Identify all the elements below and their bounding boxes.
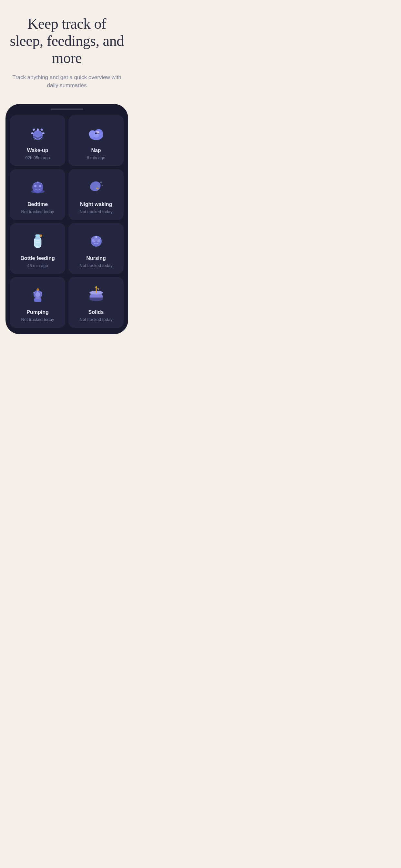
svg-rect-3 (42, 132, 44, 134)
nap-icon (85, 122, 107, 144)
svg-point-32 (95, 236, 97, 238)
nap-subtitle: 8 min ago (87, 155, 105, 160)
nursing-title: Nursing (86, 255, 105, 261)
svg-point-44 (95, 286, 97, 288)
svg-point-17 (39, 185, 41, 187)
phone-mockup: Wake-up02h 05m ago Nap8 min ago BedtimeN… (5, 104, 128, 334)
bedtime-title: Bedtime (27, 202, 48, 207)
svg-point-39 (36, 288, 39, 291)
svg-point-38 (35, 292, 40, 297)
svg-point-40 (40, 291, 42, 293)
card-nap[interactable]: Nap8 min ago (68, 115, 124, 166)
wake-up-subtitle: 02h 05m ago (26, 155, 50, 160)
nap-title: Nap (91, 148, 101, 153)
solids-subtitle: Not tracked today (80, 317, 113, 322)
header-title: Keep track of sleep, feedings, and more (10, 16, 124, 67)
nursing-icon (85, 229, 107, 252)
night-waking-icon (85, 176, 107, 197)
svg-point-20 (33, 183, 35, 184)
svg-point-13 (95, 132, 97, 134)
card-bedtime[interactable]: BedtimeNot tracked today (10, 169, 65, 220)
card-nursing[interactable]: NursingNot tracked today (68, 223, 124, 274)
bottle-feeding-icon (27, 229, 49, 252)
phone-notch (51, 108, 83, 110)
svg-point-21 (100, 182, 102, 183)
svg-rect-1 (37, 128, 39, 131)
svg-point-18 (37, 182, 39, 183)
svg-rect-37 (36, 297, 39, 299)
card-bottle-feeding[interactable]: Bottle feeding48 min ago (10, 223, 65, 274)
pumping-icon (27, 283, 49, 306)
nursing-subtitle: Not tracked today (80, 263, 113, 268)
header-subtitle: Track anything and get a quick overview … (10, 73, 124, 90)
solids-title: Solids (88, 309, 104, 315)
night-waking-subtitle: Not tracked today (80, 209, 113, 214)
svg-point-26 (35, 237, 41, 239)
pumping-subtitle: Not tracked today (21, 317, 54, 322)
svg-point-41 (33, 291, 35, 293)
wake-up-title: Wake-up (27, 148, 48, 153)
header: Keep track of sleep, feedings, and more … (0, 0, 134, 96)
bedtime-icon (27, 176, 49, 197)
svg-point-34 (91, 237, 92, 239)
svg-rect-23 (35, 235, 40, 237)
night-waking-title: Night waking (80, 202, 112, 207)
wake-up-icon (27, 122, 49, 144)
tracking-grid: Wake-up02h 05m ago Nap8 min ago BedtimeN… (9, 115, 124, 328)
card-wake-up[interactable]: Wake-up02h 05m ago (10, 115, 65, 166)
svg-rect-2 (31, 132, 34, 134)
svg-point-27 (39, 235, 42, 237)
svg-point-19 (41, 183, 42, 184)
card-pumping[interactable]: PumpingNot tracked today (10, 277, 65, 328)
card-night-waking[interactable]: Night wakingNot tracked today (68, 169, 124, 220)
svg-point-16 (34, 185, 36, 187)
bottle-feeding-subtitle: 48 min ago (27, 263, 48, 268)
pumping-title: Pumping (27, 309, 49, 315)
bottle-feeding-title: Bottle feeding (20, 255, 55, 261)
card-solids[interactable]: SolidsNot tracked today (68, 277, 124, 328)
bedtime-subtitle: Not tracked today (21, 209, 54, 214)
svg-point-33 (100, 237, 101, 239)
svg-point-22 (102, 185, 103, 186)
svg-rect-5 (40, 128, 43, 131)
svg-rect-4 (32, 128, 35, 131)
solids-icon (85, 283, 107, 306)
